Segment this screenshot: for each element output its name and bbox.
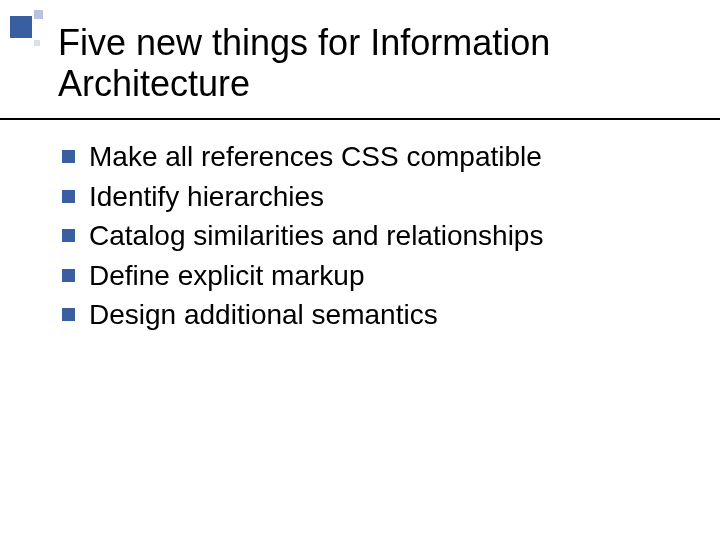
slide-title: Five new things for Information Architec… bbox=[58, 22, 680, 105]
list-item-text: Catalog similarities and relationships bbox=[89, 219, 543, 253]
list-item: Catalog similarities and relationships bbox=[62, 219, 680, 253]
list-item-text: Design additional semantics bbox=[89, 298, 438, 332]
square-icon bbox=[10, 16, 32, 38]
slide: Five new things for Information Architec… bbox=[0, 0, 720, 540]
bullet-list: Make all references CSS compatible Ident… bbox=[62, 140, 680, 338]
list-item: Make all references CSS compatible bbox=[62, 140, 680, 174]
bullet-icon bbox=[62, 308, 75, 321]
square-icon bbox=[34, 10, 43, 19]
list-item-text: Identify hierarchies bbox=[89, 180, 324, 214]
list-item: Identify hierarchies bbox=[62, 180, 680, 214]
divider bbox=[0, 118, 720, 120]
list-item: Define explicit markup bbox=[62, 259, 680, 293]
list-item-text: Define explicit markup bbox=[89, 259, 364, 293]
bullet-icon bbox=[62, 150, 75, 163]
list-item-text: Make all references CSS compatible bbox=[89, 140, 542, 174]
bullet-icon bbox=[62, 229, 75, 242]
corner-decoration bbox=[10, 10, 50, 50]
list-item: Design additional semantics bbox=[62, 298, 680, 332]
bullet-icon bbox=[62, 190, 75, 203]
square-icon bbox=[34, 40, 40, 46]
bullet-icon bbox=[62, 269, 75, 282]
